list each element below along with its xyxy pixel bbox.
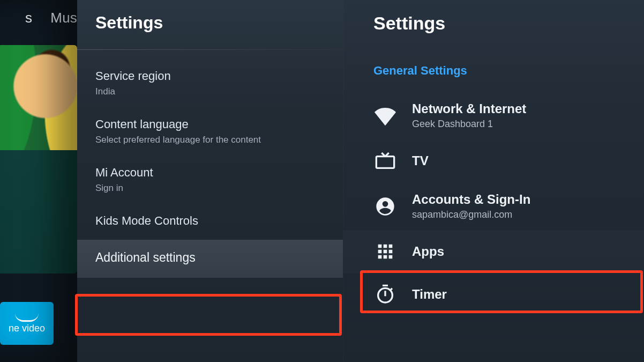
setting-title: Apps xyxy=(412,244,444,259)
right-settings-title: Settings xyxy=(343,0,644,49)
setting-title: TV xyxy=(412,153,429,168)
left-settings-title: Settings xyxy=(77,0,343,48)
setting-title: Network & Internet xyxy=(412,101,526,116)
setting-title: Additional settings xyxy=(95,250,329,265)
setting-timer[interactable]: Timer xyxy=(343,273,644,316)
setting-accounts[interactable]: Accounts & Sign-In sapambica@gmail.com xyxy=(343,182,644,230)
apps-icon xyxy=(373,240,397,263)
setting-apps[interactable]: Apps xyxy=(343,230,644,273)
setting-tv[interactable]: TV xyxy=(343,139,644,182)
person-icon xyxy=(373,195,397,218)
right-settings-list: Network & Internet Geek Dashboard 1 TV A… xyxy=(343,92,644,316)
setting-title: Mi Account xyxy=(95,166,329,180)
tv-icon xyxy=(373,149,397,173)
prime-video-tile[interactable]: ne video xyxy=(0,302,54,345)
setting-subtitle: sapambica@gmail.com xyxy=(412,209,530,220)
left-settings-panel: Settings Service region India Content la… xyxy=(77,0,343,362)
setting-subtitle: Sign in xyxy=(95,183,329,194)
setting-title: Content language xyxy=(95,117,329,131)
setting-title: Accounts & Sign-In xyxy=(412,192,530,207)
general-settings-header: General Settings xyxy=(343,49,644,92)
setting-title: Timer xyxy=(412,287,447,302)
home-background: s Mus ne video xyxy=(0,0,77,362)
home-top-nav: s Mus xyxy=(25,10,77,26)
setting-kids-mode[interactable]: Kids Mode Controls xyxy=(95,205,343,240)
setting-content-language[interactable]: Content language Select preferred langua… xyxy=(95,109,343,157)
setting-mi-account[interactable]: Mi Account Sign in xyxy=(95,157,343,205)
setting-subtitle: India xyxy=(95,86,329,97)
setting-subtitle: Select preferred language for the conten… xyxy=(95,135,329,145)
setting-network[interactable]: Network & Internet Geek Dashboard 1 xyxy=(343,92,644,139)
home-nav-item-music[interactable]: Mus xyxy=(50,10,77,26)
prime-video-label: ne video xyxy=(9,323,45,334)
prime-video-logo xyxy=(15,313,39,322)
left-settings-list: Service region India Content language Se… xyxy=(77,48,343,278)
setting-title: Service region xyxy=(95,69,329,83)
wifi-icon xyxy=(373,104,397,128)
home-nav-item-prev[interactable]: s xyxy=(25,10,32,26)
setting-subtitle: Geek Dashboard 1 xyxy=(412,119,526,130)
content-thumbnail[interactable] xyxy=(0,45,77,274)
right-settings-panel: Settings General Settings Network & Inte… xyxy=(343,0,644,362)
setting-title: Kids Mode Controls xyxy=(95,214,329,228)
setting-service-region[interactable]: Service region India xyxy=(95,61,343,109)
setting-additional-settings[interactable]: Additional settings xyxy=(77,240,343,278)
timer-icon xyxy=(373,283,397,306)
